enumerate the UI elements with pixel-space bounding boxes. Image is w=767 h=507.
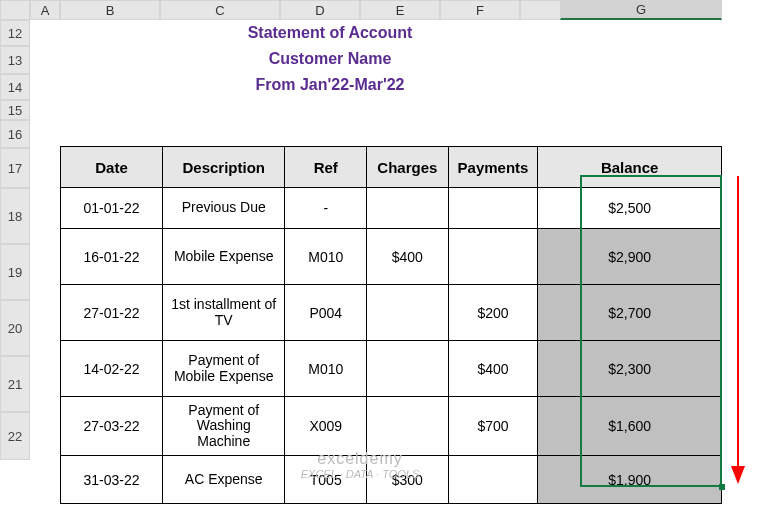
title-block: Statement of Account Customer Name From …: [60, 20, 600, 98]
table-row: 27-03-22Payment of Washing MachineX009$7…: [61, 397, 722, 456]
col-C[interactable]: C: [160, 0, 280, 20]
cell-desc[interactable]: Previous Due: [163, 188, 285, 229]
row-21[interactable]: 21: [0, 356, 30, 412]
table-row: 14-02-22Payment of Mobile ExpenseM010$40…: [61, 341, 722, 397]
col-B[interactable]: B: [60, 0, 160, 20]
cell-ref[interactable]: -: [285, 188, 367, 229]
cell-charges[interactable]: [367, 188, 449, 229]
cell-balance[interactable]: $1,600: [538, 397, 722, 456]
cell-ref[interactable]: X009: [285, 397, 367, 456]
cell-date[interactable]: 16-01-22: [61, 229, 163, 285]
cell-date[interactable]: 27-01-22: [61, 285, 163, 341]
col-E[interactable]: E: [360, 0, 440, 20]
cell-payments[interactable]: [448, 229, 538, 285]
cell-balance[interactable]: $2,900: [538, 229, 722, 285]
row-18[interactable]: 18: [0, 188, 30, 244]
cell-balance[interactable]: $1,900: [538, 456, 722, 504]
cell-date[interactable]: 27-03-22: [61, 397, 163, 456]
row-headers: 12 13 14 15 16 17 18 19 20 21 22: [0, 20, 30, 460]
hdr-desc[interactable]: Description: [163, 147, 285, 188]
table-row: 31-03-22AC ExpenseT005$300$1,900: [61, 456, 722, 504]
hdr-ref[interactable]: Ref: [285, 147, 367, 188]
hdr-payments[interactable]: Payments: [448, 147, 538, 188]
cell-payments[interactable]: [448, 456, 538, 504]
cell-payments[interactable]: $700: [448, 397, 538, 456]
cell-desc[interactable]: Mobile Expense: [163, 229, 285, 285]
svg-marker-1: [731, 466, 745, 484]
row-16[interactable]: 16: [0, 120, 30, 148]
row-19[interactable]: 19: [0, 244, 30, 300]
title-3: From Jan'22-Mar'22: [60, 72, 600, 98]
cell-charges[interactable]: $300: [367, 456, 449, 504]
cell-ref[interactable]: M010: [285, 229, 367, 285]
title-2: Customer Name: [60, 46, 600, 72]
statement-table: Date Description Ref Charges Payments Ba…: [60, 146, 722, 504]
cell-balance[interactable]: $2,700: [538, 285, 722, 341]
cell-balance[interactable]: $2,500: [538, 188, 722, 229]
cell-desc[interactable]: 1st installment of TV: [163, 285, 285, 341]
red-arrow-icon: [728, 176, 748, 486]
table-row: 16-01-22Mobile ExpenseM010$400$2,900: [61, 229, 722, 285]
table-row: 01-01-22Previous Due-$2,500: [61, 188, 722, 229]
selectall-corner[interactable]: [0, 0, 30, 20]
cell-date[interactable]: 31-03-22: [61, 456, 163, 504]
cell-payments[interactable]: $400: [448, 341, 538, 397]
col-D[interactable]: D: [280, 0, 360, 20]
hdr-charges[interactable]: Charges: [367, 147, 449, 188]
cell-charges[interactable]: [367, 397, 449, 456]
col-F[interactable]: F: [440, 0, 520, 20]
cell-desc[interactable]: AC Expense: [163, 456, 285, 504]
row-15[interactable]: 15: [0, 100, 30, 120]
hdr-balance[interactable]: Balance: [538, 147, 722, 188]
col-A[interactable]: A: [30, 0, 60, 20]
row-14[interactable]: 14: [0, 74, 30, 100]
cell-payments[interactable]: $200: [448, 285, 538, 341]
col-G[interactable]: G: [560, 0, 722, 20]
cell-desc[interactable]: Payment of Washing Machine: [163, 397, 285, 456]
cell-date[interactable]: 14-02-22: [61, 341, 163, 397]
row-17[interactable]: 17: [0, 148, 30, 188]
cell-ref[interactable]: T005: [285, 456, 367, 504]
row-13[interactable]: 13: [0, 46, 30, 74]
cell-charges[interactable]: [367, 285, 449, 341]
cell-balance[interactable]: $2,300: [538, 341, 722, 397]
cell-ref[interactable]: P004: [285, 285, 367, 341]
row-12[interactable]: 12: [0, 20, 30, 46]
cell-ref[interactable]: M010: [285, 341, 367, 397]
cell-charges[interactable]: [367, 341, 449, 397]
title-1: Statement of Account: [60, 20, 600, 46]
hdr-date[interactable]: Date: [61, 147, 163, 188]
cell-payments[interactable]: [448, 188, 538, 229]
cell-charges[interactable]: $400: [367, 229, 449, 285]
table-row: 27-01-221st installment of TVP004$200$2,…: [61, 285, 722, 341]
header-row: Date Description Ref Charges Payments Ba…: [61, 147, 722, 188]
cell-date[interactable]: 01-01-22: [61, 188, 163, 229]
row-22[interactable]: 22: [0, 412, 30, 460]
cell-desc[interactable]: Payment of Mobile Expense: [163, 341, 285, 397]
row-20[interactable]: 20: [0, 300, 30, 356]
